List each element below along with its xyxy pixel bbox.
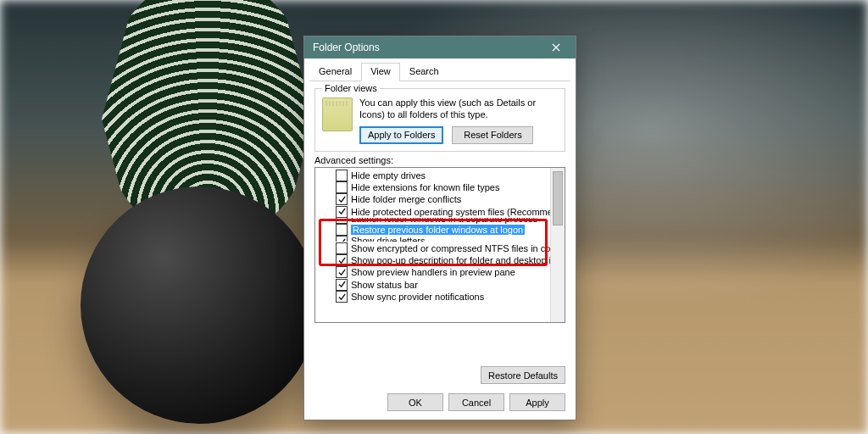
setting-label: Hide extensions for known file types (351, 182, 499, 192)
setting-row[interactable]: Show preview handlers in preview pane (336, 266, 551, 278)
setting-label: Launch folder windows in a separate proc… (351, 218, 537, 224)
setting-row[interactable]: Show encrypted or compressed NTFS files … (336, 242, 551, 253)
ok-button[interactable]: OK (387, 393, 443, 411)
setting-label: Restore previous folder windows at logon (351, 225, 525, 235)
setting-row[interactable]: Launch folder windows in a separate proc… (336, 218, 551, 224)
scrollbar-thumb[interactable] (553, 171, 563, 225)
checkbox[interactable] (336, 279, 348, 291)
setting-row[interactable]: Show status bar (336, 279, 551, 291)
setting-label: Show encrypted or compressed NTFS files … (351, 243, 551, 253)
setting-label: Hide empty drives (351, 170, 426, 181)
setting-label: Hide folder merge conflicts (351, 194, 461, 204)
folder-views-group: Folder views You can apply this view (su… (314, 88, 565, 152)
titlebar[interactable]: Folder Options (304, 36, 576, 58)
setting-row[interactable]: Hide folder merge conflicts (336, 193, 551, 205)
checkbox[interactable] (336, 206, 348, 218)
folder-options-dialog: Folder Options General View Search Folde… (303, 36, 576, 420)
setting-row[interactable]: Hide extensions for known file types (336, 181, 551, 193)
scrollbar-vertical[interactable] (550, 168, 565, 322)
cancel-button[interactable]: Cancel (448, 393, 504, 411)
checkbox[interactable] (336, 218, 348, 224)
advanced-settings-label: Advanced settings: (314, 155, 565, 165)
setting-label: Show pop-up description for folder and d… (351, 255, 551, 265)
setting-row[interactable]: Restore previous folder windows at logon (336, 224, 551, 236)
checkbox[interactable] (336, 242, 348, 254)
checkbox[interactable] (336, 193, 348, 205)
tab-strip: General View Search (309, 62, 570, 81)
folder-stack-icon (322, 97, 353, 131)
setting-label: Show status bar (351, 280, 418, 290)
apply-button[interactable]: Apply (509, 393, 565, 411)
restore-defaults-button[interactable]: Restore Defaults (481, 366, 565, 384)
window-title: Folder Options (313, 42, 542, 53)
checkbox[interactable] (336, 291, 348, 303)
reset-folders-button[interactable]: Reset Folders (452, 126, 533, 144)
close-icon (552, 43, 560, 52)
folder-views-legend: Folder views (322, 83, 380, 93)
checkbox[interactable] (336, 170, 348, 181)
close-button[interactable] (542, 39, 570, 56)
setting-row[interactable]: Show pop-up description for folder and d… (336, 254, 551, 266)
setting-row[interactable]: Show drive letters (336, 236, 551, 242)
checkbox[interactable] (336, 224, 348, 236)
checkbox[interactable] (336, 254, 348, 266)
setting-row[interactable]: Hide protected operating system files (R… (336, 206, 551, 218)
tab-general[interactable]: General (309, 63, 361, 81)
checkbox[interactable] (336, 181, 348, 193)
setting-row[interactable]: Hide empty drives (336, 170, 551, 181)
advanced-settings-list[interactable]: Hide empty drivesHide extensions for kno… (314, 167, 565, 323)
apply-to-folders-button[interactable]: Apply to Folders (359, 126, 443, 144)
tab-search[interactable]: Search (400, 63, 448, 81)
setting-label: Show drive letters (351, 236, 425, 242)
checkbox[interactable] (336, 266, 348, 278)
tab-view[interactable]: View (361, 63, 400, 81)
setting-label: Hide protected operating system files (R… (351, 207, 551, 217)
folder-views-text: You can apply this view (such as Details… (359, 97, 558, 121)
setting-label: Show preview handlers in preview pane (351, 267, 515, 277)
checkbox[interactable] (336, 236, 348, 242)
dialog-button-row: OK Cancel Apply (387, 393, 565, 411)
setting-label: Show sync provider notifications (351, 292, 484, 302)
setting-row[interactable]: Show sync provider notifications (336, 291, 551, 303)
pot-decor (81, 186, 318, 424)
